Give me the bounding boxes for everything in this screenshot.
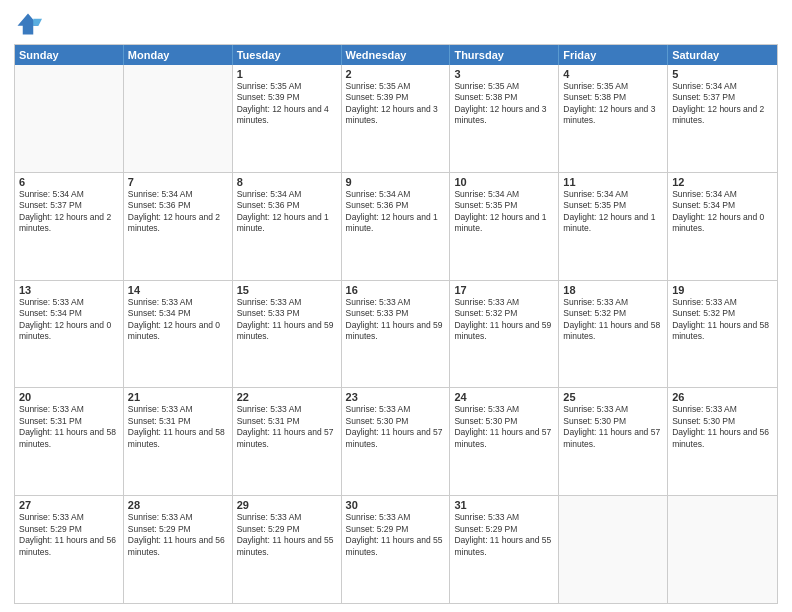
day-number: 9 <box>346 176 446 188</box>
day-number: 4 <box>563 68 663 80</box>
calendar-cell-day-8: 8Sunrise: 5:34 AM Sunset: 5:36 PM Daylig… <box>233 173 342 280</box>
day-number: 21 <box>128 391 228 403</box>
calendar-cell-day-24: 24Sunrise: 5:33 AM Sunset: 5:30 PM Dayli… <box>450 388 559 495</box>
day-number: 14 <box>128 284 228 296</box>
page-header <box>14 10 778 38</box>
calendar-cell-day-15: 15Sunrise: 5:33 AM Sunset: 5:33 PM Dayli… <box>233 281 342 388</box>
day-number: 11 <box>563 176 663 188</box>
day-number: 3 <box>454 68 554 80</box>
svg-marker-1 <box>33 19 42 26</box>
calendar-cell-day-29: 29Sunrise: 5:33 AM Sunset: 5:29 PM Dayli… <box>233 496 342 603</box>
day-number: 12 <box>672 176 773 188</box>
cell-detail: Sunrise: 5:33 AM Sunset: 5:30 PM Dayligh… <box>672 404 773 450</box>
day-number: 28 <box>128 499 228 511</box>
cell-detail: Sunrise: 5:33 AM Sunset: 5:34 PM Dayligh… <box>128 297 228 343</box>
calendar-cell-day-14: 14Sunrise: 5:33 AM Sunset: 5:34 PM Dayli… <box>124 281 233 388</box>
cell-detail: Sunrise: 5:35 AM Sunset: 5:38 PM Dayligh… <box>563 81 663 127</box>
cell-detail: Sunrise: 5:35 AM Sunset: 5:39 PM Dayligh… <box>237 81 337 127</box>
cell-detail: Sunrise: 5:33 AM Sunset: 5:32 PM Dayligh… <box>563 297 663 343</box>
cell-detail: Sunrise: 5:34 AM Sunset: 5:36 PM Dayligh… <box>237 189 337 235</box>
day-number: 17 <box>454 284 554 296</box>
cell-detail: Sunrise: 5:33 AM Sunset: 5:30 PM Dayligh… <box>563 404 663 450</box>
calendar-row-1: 6Sunrise: 5:34 AM Sunset: 5:37 PM Daylig… <box>15 173 777 281</box>
day-number: 31 <box>454 499 554 511</box>
calendar-cell-day-21: 21Sunrise: 5:33 AM Sunset: 5:31 PM Dayli… <box>124 388 233 495</box>
calendar-cell-day-7: 7Sunrise: 5:34 AM Sunset: 5:36 PM Daylig… <box>124 173 233 280</box>
day-number: 20 <box>19 391 119 403</box>
cell-detail: Sunrise: 5:33 AM Sunset: 5:34 PM Dayligh… <box>19 297 119 343</box>
calendar-cell-day-25: 25Sunrise: 5:33 AM Sunset: 5:30 PM Dayli… <box>559 388 668 495</box>
cell-detail: Sunrise: 5:33 AM Sunset: 5:29 PM Dayligh… <box>454 512 554 558</box>
calendar-cell-empty <box>559 496 668 603</box>
calendar-body: 1Sunrise: 5:35 AM Sunset: 5:39 PM Daylig… <box>15 65 777 603</box>
cell-detail: Sunrise: 5:34 AM Sunset: 5:34 PM Dayligh… <box>672 189 773 235</box>
day-number: 22 <box>237 391 337 403</box>
calendar-row-3: 20Sunrise: 5:33 AM Sunset: 5:31 PM Dayli… <box>15 388 777 496</box>
calendar-cell-day-22: 22Sunrise: 5:33 AM Sunset: 5:31 PM Dayli… <box>233 388 342 495</box>
calendar-row-0: 1Sunrise: 5:35 AM Sunset: 5:39 PM Daylig… <box>15 65 777 173</box>
header-day-thursday: Thursday <box>450 45 559 65</box>
calendar-cell-day-10: 10Sunrise: 5:34 AM Sunset: 5:35 PM Dayli… <box>450 173 559 280</box>
calendar-cell-day-31: 31Sunrise: 5:33 AM Sunset: 5:29 PM Dayli… <box>450 496 559 603</box>
page-container: SundayMondayTuesdayWednesdayThursdayFrid… <box>0 0 792 612</box>
header-day-tuesday: Tuesday <box>233 45 342 65</box>
day-number: 23 <box>346 391 446 403</box>
calendar-cell-day-11: 11Sunrise: 5:34 AM Sunset: 5:35 PM Dayli… <box>559 173 668 280</box>
calendar-cell-day-4: 4Sunrise: 5:35 AM Sunset: 5:38 PM Daylig… <box>559 65 668 172</box>
calendar-cell-day-13: 13Sunrise: 5:33 AM Sunset: 5:34 PM Dayli… <box>15 281 124 388</box>
calendar-cell-day-2: 2Sunrise: 5:35 AM Sunset: 5:39 PM Daylig… <box>342 65 451 172</box>
calendar-cell-day-9: 9Sunrise: 5:34 AM Sunset: 5:36 PM Daylig… <box>342 173 451 280</box>
calendar-header: SundayMondayTuesdayWednesdayThursdayFrid… <box>15 45 777 65</box>
calendar-cell-day-17: 17Sunrise: 5:33 AM Sunset: 5:32 PM Dayli… <box>450 281 559 388</box>
day-number: 10 <box>454 176 554 188</box>
calendar-cell-day-6: 6Sunrise: 5:34 AM Sunset: 5:37 PM Daylig… <box>15 173 124 280</box>
calendar-cell-day-27: 27Sunrise: 5:33 AM Sunset: 5:29 PM Dayli… <box>15 496 124 603</box>
calendar-cell-day-5: 5Sunrise: 5:34 AM Sunset: 5:37 PM Daylig… <box>668 65 777 172</box>
cell-detail: Sunrise: 5:33 AM Sunset: 5:30 PM Dayligh… <box>346 404 446 450</box>
day-number: 30 <box>346 499 446 511</box>
cell-detail: Sunrise: 5:33 AM Sunset: 5:32 PM Dayligh… <box>454 297 554 343</box>
cell-detail: Sunrise: 5:33 AM Sunset: 5:31 PM Dayligh… <box>19 404 119 450</box>
day-number: 18 <box>563 284 663 296</box>
calendar-cell-empty <box>668 496 777 603</box>
cell-detail: Sunrise: 5:33 AM Sunset: 5:29 PM Dayligh… <box>237 512 337 558</box>
header-day-monday: Monday <box>124 45 233 65</box>
cell-detail: Sunrise: 5:34 AM Sunset: 5:35 PM Dayligh… <box>563 189 663 235</box>
calendar-cell-day-19: 19Sunrise: 5:33 AM Sunset: 5:32 PM Dayli… <box>668 281 777 388</box>
calendar-cell-day-20: 20Sunrise: 5:33 AM Sunset: 5:31 PM Dayli… <box>15 388 124 495</box>
header-day-saturday: Saturday <box>668 45 777 65</box>
day-number: 24 <box>454 391 554 403</box>
cell-detail: Sunrise: 5:33 AM Sunset: 5:30 PM Dayligh… <box>454 404 554 450</box>
cell-detail: Sunrise: 5:33 AM Sunset: 5:31 PM Dayligh… <box>237 404 337 450</box>
day-number: 1 <box>237 68 337 80</box>
day-number: 27 <box>19 499 119 511</box>
calendar-cell-day-18: 18Sunrise: 5:33 AM Sunset: 5:32 PM Dayli… <box>559 281 668 388</box>
calendar-cell-empty <box>124 65 233 172</box>
day-number: 25 <box>563 391 663 403</box>
cell-detail: Sunrise: 5:34 AM Sunset: 5:37 PM Dayligh… <box>19 189 119 235</box>
cell-detail: Sunrise: 5:33 AM Sunset: 5:29 PM Dayligh… <box>128 512 228 558</box>
calendar-cell-day-1: 1Sunrise: 5:35 AM Sunset: 5:39 PM Daylig… <box>233 65 342 172</box>
cell-detail: Sunrise: 5:33 AM Sunset: 5:31 PM Dayligh… <box>128 404 228 450</box>
logo <box>14 10 46 38</box>
cell-detail: Sunrise: 5:33 AM Sunset: 5:33 PM Dayligh… <box>346 297 446 343</box>
day-number: 29 <box>237 499 337 511</box>
calendar-cell-day-28: 28Sunrise: 5:33 AM Sunset: 5:29 PM Dayli… <box>124 496 233 603</box>
day-number: 2 <box>346 68 446 80</box>
cell-detail: Sunrise: 5:33 AM Sunset: 5:32 PM Dayligh… <box>672 297 773 343</box>
calendar-cell-empty <box>15 65 124 172</box>
cell-detail: Sunrise: 5:33 AM Sunset: 5:33 PM Dayligh… <box>237 297 337 343</box>
day-number: 8 <box>237 176 337 188</box>
calendar-row-2: 13Sunrise: 5:33 AM Sunset: 5:34 PM Dayli… <box>15 281 777 389</box>
day-number: 15 <box>237 284 337 296</box>
cell-detail: Sunrise: 5:33 AM Sunset: 5:29 PM Dayligh… <box>346 512 446 558</box>
cell-detail: Sunrise: 5:35 AM Sunset: 5:39 PM Dayligh… <box>346 81 446 127</box>
day-number: 13 <box>19 284 119 296</box>
day-number: 19 <box>672 284 773 296</box>
calendar-row-4: 27Sunrise: 5:33 AM Sunset: 5:29 PM Dayli… <box>15 496 777 603</box>
cell-detail: Sunrise: 5:34 AM Sunset: 5:36 PM Dayligh… <box>128 189 228 235</box>
cell-detail: Sunrise: 5:33 AM Sunset: 5:29 PM Dayligh… <box>19 512 119 558</box>
day-number: 5 <box>672 68 773 80</box>
calendar-cell-day-3: 3Sunrise: 5:35 AM Sunset: 5:38 PM Daylig… <box>450 65 559 172</box>
day-number: 16 <box>346 284 446 296</box>
